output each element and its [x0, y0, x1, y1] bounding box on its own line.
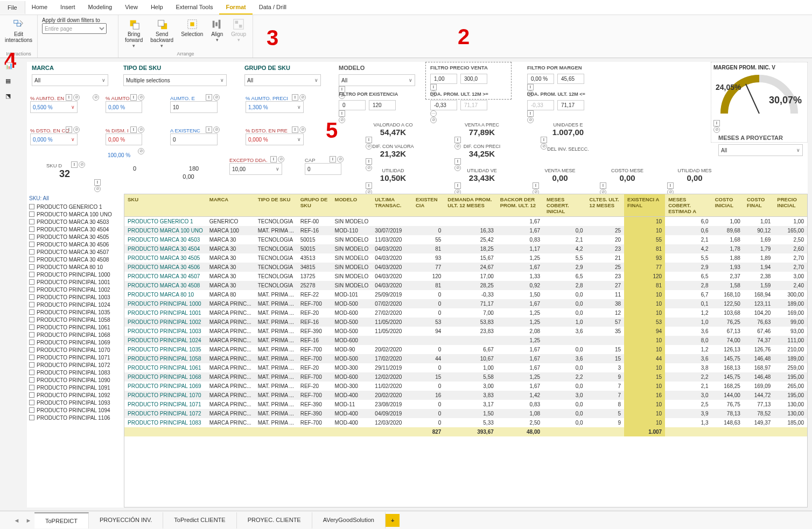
align-button[interactable]: Align▾ — [208, 17, 226, 44]
sku-item[interactable]: PRODUCTO MARCA 30 4503 — [27, 218, 121, 225]
table-row[interactable]: PRODUCTO MARCA 80 10MARCA 80MAT. PRIMA .… — [124, 290, 807, 299]
slicer-tiposku[interactable]: TIPO DE SKU Multiple selections∨ — [118, 62, 232, 89]
page-tab[interactable]: PROYEC. CLIENTE — [237, 512, 312, 528]
sku-item[interactable]: PRODUCTO MARCA 30 4504 — [27, 225, 121, 233]
table-row[interactable]: PRODUCTO PRINCIPAL 1024MARCA PRINC...MAT… — [124, 336, 807, 345]
table-row[interactable]: PRODUCTO MARCA 30 4508MARCA 30TECNOLOGIA… — [124, 281, 807, 290]
table-row[interactable]: PRODUCTO PRINCIPAL 1058MARCA PRINC...MAT… — [124, 354, 807, 363]
sku-item[interactable]: PRODUCTO PRINCIPAL 1070 — [27, 346, 121, 354]
report-view-icon[interactable]: 📊 — [5, 62, 16, 72]
sku-item[interactable]: PRODUCTO PRINCIPAL 1092 — [27, 391, 121, 399]
table-row[interactable]: PRODUCTO MARCA 100 UNOMARCA 100MAT. PRIM… — [124, 226, 807, 235]
sku-item[interactable]: PRODUCTO MARCA 30 4507 — [27, 248, 121, 256]
sku-item[interactable]: PRODUCTO PRINCIPAL 1068 — [27, 331, 121, 338]
menu-format[interactable]: Format — [219, 1, 252, 15]
sku-item[interactable]: PRODUCTO PRINCIPAL 1072 — [27, 361, 121, 369]
page-tab[interactable]: PROYECCIÓN INV. — [89, 512, 163, 528]
table-row[interactable]: PRODUCTO MARCA 30 4504MARCA 30TECNOLOGIA… — [124, 244, 807, 253]
table-row[interactable]: PRODUCTO PRINCIPAL 1068MARCA PRINC...MAT… — [124, 372, 807, 382]
slicer-marca[interactable]: MARCA All∨ — [27, 62, 113, 89]
param-aumto-preci[interactable]: % AUMTO. PRECI1,300 %∨⫿⊘ — [242, 94, 307, 114]
tab-prev[interactable]: ◄ — [11, 517, 23, 524]
sku-item[interactable]: PRODUCTO MARCA 100 UNO — [27, 210, 121, 218]
table-row[interactable]: PRODUCTO PRINCIPAL 1072MARCA PRINC...MAT… — [124, 409, 807, 418]
param-a-existen[interactable]: A EXISTENC0⫿⊘ — [167, 126, 221, 146]
table-row[interactable]: PRODUCTO PRINCIPAL 1083MARCA PRINC...MAT… — [124, 418, 807, 427]
table-row[interactable]: PRODUCTO GENERICO 1GENERICOTECNOLOGIAREF… — [124, 217, 807, 227]
page-tab[interactable]: AVeryGoodSolution — [312, 512, 386, 528]
table-row[interactable]: PRODUCTO MARCA 30 4506MARCA 30TECNOLOGIA… — [124, 263, 807, 272]
sku-item[interactable]: PRODUCTO MARCA 80 10 — [27, 263, 121, 271]
sku-list[interactable]: SKU: All PRODUCTO GENERICO 1PRODUCTO MAR… — [27, 194, 121, 507]
table-row[interactable]: PRODUCTO MARCA 30 4503MARCA 30TECNOLOGIA… — [124, 235, 807, 244]
table-row[interactable]: PRODUCTO PRINCIPAL 1003MARCA PRINC...MAT… — [124, 327, 807, 336]
filter-dda-a[interactable]: DDA. PROM. ULT. 12M >= -0,3371,17 ⋯⊘ — [425, 89, 514, 126]
model-view-icon[interactable]: ⬔ — [5, 93, 16, 102]
sku-item[interactable]: PRODUCTO PRINCIPAL 1061 — [27, 323, 121, 331]
sku-item[interactable]: PRODUCTO PRINCIPAL 1035 — [27, 308, 121, 316]
table-row[interactable]: PRODUCTO PRINCIPAL 1001MARCA PRINC...MAT… — [124, 308, 807, 318]
slicer-gruposku[interactable]: GRUPO DE SKU All∨ — [240, 62, 326, 89]
menu-view[interactable]: View — [118, 1, 144, 15]
sku-item[interactable]: PRODUCTO MARCA 30 4506 — [27, 241, 121, 248]
menu-home[interactable]: Home — [25, 1, 54, 15]
tab-next[interactable]: ► — [23, 517, 34, 524]
sku-item[interactable]: PRODUCTO PRINCIPAL 1091 — [27, 384, 121, 391]
slicer-meses[interactable]: MESES A PROYECTAR All∨ — [713, 132, 808, 159]
sku-item[interactable]: PRODUCTO PRINCIPAL 1058 — [27, 316, 121, 323]
sku-item[interactable]: PRODUCTO PRINCIPAL 1000 — [27, 271, 121, 278]
param-dism-i[interactable]: % DISM. I0,00 %⫿⊘ — [102, 126, 145, 146]
param-aumto[interactable]: % AUMTO0,00 %⊘⫿⊘ — [102, 94, 145, 114]
page-tab[interactable]: ToPREDICT — [34, 512, 89, 528]
sku-item[interactable]: PRODUCTO PRINCIPAL 1093 — [27, 399, 121, 406]
sku-item[interactable]: PRODUCTO PRINCIPAL 1071 — [27, 354, 121, 361]
menu-datadrill[interactable]: Data / Drill — [253, 1, 293, 15]
menu-externaltools[interactable]: External Tools — [170, 1, 220, 15]
sku-item[interactable]: PRODUCTO MARCA 30 4508 — [27, 256, 121, 263]
table-row[interactable]: PRODUCTO PRINCIPAL 1002MARCA PRINC...MAT… — [124, 318, 807, 327]
data-view-icon[interactable]: ▦ — [5, 77, 16, 87]
table-row[interactable]: PRODUCTO PRINCIPAL 1071MARCA PRINC...MAT… — [124, 400, 807, 409]
svg-rect-9 — [216, 22, 218, 26]
sku-item[interactable]: PRODUCTO MARCA 30 4505 — [27, 233, 121, 241]
sku-item[interactable]: PRODUCTO PRINCIPAL 1069 — [27, 338, 121, 346]
table-row[interactable]: PRODUCTO PRINCIPAL 1070MARCA PRINC...MAT… — [124, 391, 807, 400]
data-table[interactable]: SKUMARCATIPO DE SKUGRUPO DE SKUMODELOULT… — [124, 194, 808, 507]
table-row[interactable]: PRODUCTO MARCA 30 4507MARCA 30TECNOLOGIA… — [124, 272, 807, 281]
sku-item[interactable]: PRODUCTO PRINCIPAL 1094 — [27, 406, 121, 414]
sku-item[interactable]: PRODUCTO PRINCIPAL 1003 — [27, 293, 121, 301]
param-cap[interactable]: CAP0⫿⊘ — [302, 156, 345, 176]
sku-item[interactable]: PRODUCTO PRINCIPAL 1001 — [27, 278, 121, 286]
param-dsto-en-pre[interactable]: % DSTO. EN PRE0,000 %∨⫿⊘ — [242, 126, 307, 146]
param-aumto-en[interactable]: % AUMTO. EN0,500 %∨⫿⊘ — [27, 94, 81, 114]
menu-file[interactable]: File — [0, 1, 25, 14]
page-tab[interactable]: ToPredict CLIENTE — [163, 512, 236, 528]
param-excepto-dda[interactable]: EXCEPTO DDA.10,00∨⫿⊘ — [226, 156, 285, 176]
table-row[interactable]: PRODUCTO MARCA 30 4505MARCA 30TECNOLOGIA… — [124, 253, 807, 263]
send-backward-button[interactable]: Send backward▾ — [148, 17, 176, 50]
add-page-button[interactable]: + — [386, 514, 400, 527]
table-row[interactable]: PRODUCTO PRINCIPAL 1035MARCA PRINC...MAT… — [124, 345, 807, 354]
table-row[interactable]: PRODUCTO PRINCIPAL 1000MARCA PRINC...MAT… — [124, 299, 807, 308]
group-button[interactable]: Group▾ — [229, 17, 248, 44]
selection-button[interactable]: Selection — [179, 17, 205, 38]
sku-item[interactable]: PRODUCTO PRINCIPAL 1090 — [27, 376, 121, 384]
param-aumto-e[interactable]: AUMTO. E10⫿⊘ — [167, 94, 221, 114]
menu-modeling[interactable]: Modeling — [82, 1, 119, 15]
edit-interactions-button[interactable]: Edit interactions — [3, 17, 34, 44]
bring-forward-button[interactable]: Bring forward▾ — [123, 17, 145, 50]
table-row[interactable]: PRODUCTO PRINCIPAL 1069MARCA PRINC...MAT… — [124, 382, 807, 391]
sku-item[interactable]: PRODUCTO GENERICO 1 — [27, 203, 121, 210]
sku-item[interactable]: PRODUCTO PRINCIPAL 1002 — [27, 286, 121, 293]
drill-select[interactable]: Entire page — [42, 23, 107, 34]
sku-item[interactable]: PRODUCTO PRINCIPAL 1083 — [27, 369, 121, 376]
param-dsto-en-c[interactable]: % DSTO. EN CO0,000 %∨⫿⊘ — [27, 126, 81, 146]
filter-dda-b[interactable]: DDA. PROM. ULT. 12M <= -0,3371,17 ⫿⊘ — [522, 89, 611, 126]
filter-existencias[interactable]: FILTRO POR EXISTENCIA 0120 ⫿⊘ — [334, 89, 423, 126]
sku-item[interactable]: PRODUCTO PRINCIPAL 1106 — [27, 414, 121, 421]
menu-help[interactable]: Help — [144, 1, 170, 15]
menu-insert[interactable]: Insert — [54, 1, 82, 15]
sku-item[interactable]: PRODUCTO PRINCIPAL 1024 — [27, 301, 121, 308]
table-row[interactable]: PRODUCTO PRINCIPAL 1061MARCA PRINC...MAT… — [124, 363, 807, 372]
param-100[interactable]: 100,00 %⊘ — [102, 148, 145, 162]
